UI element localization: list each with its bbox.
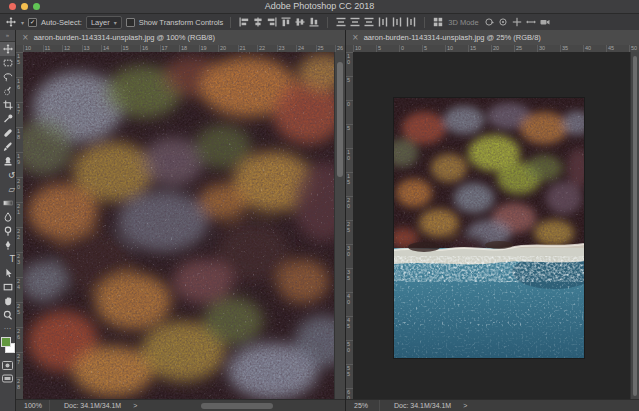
document-tab-100[interactable]: × aaron-burden-1143314-unsplash.jpg @ 10… [16, 30, 345, 46]
tools-list: ↺▱T [0, 42, 15, 322]
auto-select-checkbox[interactable]: ✓ [28, 18, 37, 27]
ruler-number: 55 [346, 364, 353, 388]
icon-align-left-edges[interactable] [238, 16, 250, 28]
options-separator [327, 17, 328, 28]
ruler-number: 25 [16, 302, 23, 327]
icon-3d-slide[interactable] [525, 16, 537, 28]
tool-brush[interactable] [0, 140, 15, 154]
tool-spot-healing-brush[interactable] [0, 126, 15, 140]
color-swatches [0, 335, 15, 359]
icon-distribute-horizontal-centers[interactable] [391, 16, 403, 28]
ruler-number: 50 [629, 45, 639, 52]
ruler-number: 0 [346, 100, 353, 124]
tool-dodge[interactable] [0, 224, 15, 238]
ruler-number: 17 [160, 45, 180, 52]
options-bar: ▾ ✓ Auto-Select: Layer ▾ Show Transform … [0, 14, 639, 31]
icon-align-bottom-edges[interactable] [308, 16, 320, 28]
zoom-level-field[interactable]: 25% [346, 400, 380, 411]
tool-pen[interactable] [0, 238, 15, 252]
ruler-number: 40 [583, 45, 606, 52]
align-icon-group [238, 16, 320, 28]
horizontal-scrollbar-thumb[interactable] [201, 403, 273, 409]
auto-select-target-dropdown[interactable]: Layer ▾ [86, 16, 122, 29]
tool-blur[interactable] [0, 210, 15, 224]
photo-forest-lake-25 [394, 98, 584, 358]
vertical-scrollbar-thumb[interactable] [633, 56, 637, 396]
icon-distribute-vertical-centers[interactable] [349, 16, 361, 28]
close-tab-icon[interactable]: × [22, 34, 29, 42]
icon-3d-zoom[interactable] [539, 16, 551, 28]
tool-zoom[interactable] [0, 308, 15, 322]
tool-eyedropper[interactable] [0, 112, 15, 126]
tool-eraser[interactable]: ▱ [0, 182, 15, 196]
tool-preset-caret-icon[interactable]: ▾ [21, 19, 24, 26]
tool-hand[interactable] [0, 294, 15, 308]
close-tab-icon[interactable]: × [352, 34, 359, 42]
ruler-number: 20 [491, 45, 514, 52]
vertical-scrollbar[interactable] [334, 52, 345, 400]
document-pane-25: × aaron-burden-1143314-unsplash.jpg @ 25… [346, 30, 639, 411]
icon-3d-pan[interactable] [511, 16, 523, 28]
tool-move[interactable] [0, 42, 15, 56]
document-size-readout: Doc: 34.1M/34.1M [380, 400, 451, 411]
ruler-number: 23 [277, 45, 297, 52]
show-transform-label: Show Transform Controls [139, 18, 224, 27]
quick-mask-button[interactable] [0, 359, 15, 372]
tool-rectangle-shape[interactable] [0, 280, 15, 294]
icon-align-right-edges[interactable] [266, 16, 278, 28]
icon-distribute-right-edges[interactable] [405, 16, 417, 28]
zoom-level-field[interactable]: 100% [16, 400, 50, 411]
tool-type[interactable]: T [0, 252, 15, 266]
document-canvas-100[interactable] [23, 52, 335, 400]
tool-path-selection[interactable] [0, 266, 15, 280]
icon-distribute-top-edges[interactable] [335, 16, 347, 28]
ruler-number: 17 [16, 102, 23, 127]
icon-3d-roll[interactable] [497, 16, 509, 28]
ruler-number: 11 [43, 45, 63, 52]
tool-gradient[interactable] [0, 196, 15, 210]
ruler-number: 27 [16, 352, 23, 377]
tool-quick-selection[interactable] [0, 84, 15, 98]
foreground-color-swatch[interactable] [1, 337, 11, 347]
icon-distribute-bottom-edges[interactable] [363, 16, 375, 28]
tool-crop[interactable] [0, 98, 15, 112]
tool-history-brush[interactable]: ↺ [0, 168, 15, 182]
ruler-number: 21 [16, 202, 23, 227]
document-pane-100: × aaron-burden-1143314-unsplash.jpg @ 10… [16, 30, 346, 411]
icon-3d-orbit[interactable] [483, 16, 495, 28]
ruler-number: 45 [346, 316, 353, 340]
tool-lasso[interactable] [0, 70, 15, 84]
document-tab-25[interactable]: × aaron-burden-1143314-unsplash.jpg @ 25… [346, 30, 639, 46]
ruler-number: 26 [335, 45, 345, 52]
ruler-number: 10 [346, 148, 353, 172]
icon-distribute-left-edges[interactable] [377, 16, 389, 28]
document-canvas-25[interactable] [353, 52, 631, 400]
icon-align-horizontal-centers[interactable] [252, 16, 264, 28]
vertical-scrollbar[interactable] [630, 52, 639, 400]
screen-mode-button[interactable] [0, 372, 15, 385]
3d-mode-label: 3D Mode [448, 18, 478, 27]
ruler-number: 15 [468, 45, 491, 52]
tool-clone-stamp[interactable] [0, 154, 15, 168]
ruler-number: 50 [346, 340, 353, 364]
status-chevron-icon[interactable]: > [451, 402, 467, 409]
document-size-readout: Doc: 34.1M/34.1M [50, 400, 121, 411]
tool-rectangular-marquee[interactable] [0, 56, 15, 70]
ruler-number: 23 [16, 252, 23, 277]
edit-toolbar-ellipsis[interactable]: … [0, 322, 15, 333]
vertical-scrollbar-thumb[interactable] [337, 62, 343, 177]
distribute-spacing-icon[interactable] [432, 16, 444, 28]
ruler-number: 21 [238, 45, 258, 52]
ruler-number: 19 [16, 152, 23, 177]
ruler-number: 16 [140, 45, 160, 52]
ruler-number: 5 [346, 124, 353, 148]
ruler-number: 10 [445, 45, 468, 52]
status-chevron-icon[interactable]: > [121, 402, 137, 409]
icon-align-top-edges[interactable] [280, 16, 292, 28]
tools-panel-collapse[interactable]: » [0, 30, 15, 42]
ruler-number: 20 [346, 196, 353, 220]
status-bar-100: 100% Doc: 34.1M/34.1M > [16, 399, 345, 411]
show-transform-checkbox[interactable] [126, 18, 135, 27]
ruler-number: 15 [346, 172, 353, 196]
icon-align-vertical-centers[interactable] [294, 16, 306, 28]
